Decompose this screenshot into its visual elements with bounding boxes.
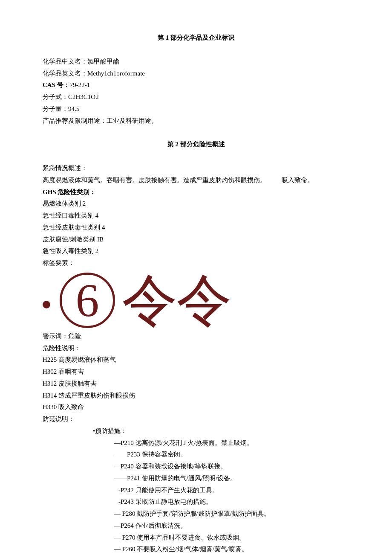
cas-value: 79-22-1	[70, 81, 90, 88]
signal-line: 警示词：危险	[43, 331, 349, 343]
precaution-item: —P264 作业后彻底清洗。	[43, 520, 349, 532]
name-cn-line: 化学品中文名：氯甲酸甲酯	[43, 56, 349, 68]
mw-label: 分子量：	[43, 105, 68, 112]
precaution-item: ——P233 保持容器密闭。	[43, 449, 349, 461]
name-cn-label: 化学品中文名：	[43, 58, 87, 65]
ghs-label: GHS 危险性类别：	[43, 186, 349, 198]
circled-six-icon: 6	[60, 273, 115, 328]
precaution-text: P240 容器和装载设备接地/等势联接。	[121, 463, 227, 470]
ghs-item: 皮肤腐蚀/刺激类别 IB	[43, 234, 349, 246]
precaution-prefix: —	[114, 522, 121, 529]
precaution-prefix: —	[114, 510, 122, 517]
precaution-text: P260 不要吸入粉尘/烟/气体/烟雾/蒸气/喷雾。	[122, 546, 248, 552]
hazard-statement: H225 高度易燃液体和蒸气	[43, 354, 349, 366]
name-en-line: 化学品英文名：Methy1ch1oroformate	[43, 68, 349, 80]
use-label: 产品推荐及限制用途：	[43, 117, 107, 124]
name-cn-value: 氯甲酸甲酯	[87, 58, 119, 65]
precaution-label: 防范说明：	[43, 413, 349, 425]
precaution-text: P210 远离热源/火花刑 J 火/热表面。禁止吸烟。	[121, 439, 253, 446]
precaution-prefix: —	[114, 439, 121, 446]
pictogram-row: 6 令 令	[43, 273, 349, 328]
ling-char-2: 令	[176, 273, 231, 328]
cas-label: CAS 号：	[43, 81, 70, 88]
precaution-item: —P210 远离热源/火花刑 J 火/热表面。禁止吸烟。	[43, 437, 349, 449]
hazard-statement: H330 吸入致命	[43, 401, 349, 413]
precaution-item: — P270 使用本产品时不要进食、饮水或吸烟。	[43, 532, 349, 544]
precaution-prefix: —	[114, 463, 121, 470]
precaution-text: P280 戴防护手套/穿防护服/戴防护眼罩/戴防护面具。	[122, 510, 270, 517]
ghs-item: 急性吸入毒性类别 2	[43, 245, 349, 257]
mw-value: 94.5	[68, 105, 79, 112]
precaution-text: P233 保持容器密闭。	[127, 451, 187, 458]
ghs-item: 易燃液体类别 2	[43, 198, 349, 210]
name-en-label: 化学品英文名：	[43, 70, 87, 77]
use-line: 产品推荐及限制用途：工业及科研用途。	[43, 115, 349, 127]
formula-value: C2H3C1O2	[68, 93, 99, 100]
signal-value: 危险	[68, 333, 81, 340]
precaution-item: —P240 容器和装载设备接地/等势联接。	[43, 461, 349, 473]
precaution-text: P242 只能使用不产生火花的工具。	[121, 487, 219, 494]
formula-line: 分子式：C2H3C1O2	[43, 91, 349, 103]
emergency-extra: 吸入致命。	[282, 174, 314, 186]
ghs-item: 急性经皮肤毒性类别 4	[43, 222, 349, 234]
formula-label: 分子式：	[43, 93, 68, 100]
precaution-prefix: —	[114, 534, 122, 541]
prevention-label: •预防措施：	[43, 425, 349, 437]
precaution-item: -P243 采取防止静电放电的措施。	[43, 496, 349, 508]
hazard-label: 危险性说明：	[43, 343, 349, 355]
hazard-statement: H302 吞咽有害	[43, 366, 349, 378]
emergency-text: 高度易燃液体和蒸气。吞咽有害。皮肤接触有害。造成严重皮肤灼伤和眼损伤。	[43, 177, 266, 183]
precaution-text: P270 使用本产品时不要进食、饮水或吸烟。	[122, 534, 246, 541]
precaution-prefix: —	[114, 546, 122, 552]
ling-char-1: 令	[122, 273, 176, 328]
precaution-item: -P242 只能使用不产生火花的工具。	[43, 485, 349, 497]
label-elements: 标签要素：	[43, 257, 349, 269]
emergency-label: 紧急情况概述：	[43, 163, 349, 174]
precaution-text: P241 使用防爆的电气/通风/照明/设备。	[127, 475, 236, 482]
ghs-item: 急性经口毒性类别 4	[43, 210, 349, 222]
precaution-item: — P280 戴防护手套/穿防护服/戴防护眼罩/戴防护面具。	[43, 508, 349, 520]
cas-line: CAS 号：79-22-1	[43, 79, 349, 91]
emergency-text-line: 高度易燃液体和蒸气。吞咽有害。皮肤接触有害。造成严重皮肤灼伤和眼损伤。吸入致命。	[43, 174, 349, 186]
name-en-value: Methy1ch1oroformate	[87, 70, 145, 77]
precaution-prefix: ——	[114, 475, 127, 482]
section-2-title: 第 2 部分危险性概述	[43, 139, 349, 151]
precaution-text: P243 采取防止静电放电的措施。	[121, 498, 212, 505]
section-1-title: 第 1 部分化学品及企业标识	[43, 32, 349, 44]
mw-line: 分子量：94.5	[43, 103, 349, 115]
precaution-text: P264 作业后彻底清洗。	[121, 522, 187, 529]
dot-icon	[43, 301, 50, 308]
use-value: 工业及科研用途。	[107, 117, 158, 124]
hazard-statement: H314 造成严重皮肤灼伤和眼损伤	[43, 390, 349, 402]
precaution-item: — P260 不要吸入粉尘/烟/气体/烟雾/蒸气/喷雾。	[43, 543, 349, 555]
signal-label: 警示词：	[43, 333, 68, 340]
precaution-prefix: ——	[114, 451, 127, 458]
precaution-item: ——P241 使用防爆的电气/通风/照明/设备。	[43, 473, 349, 485]
hazard-statement: H312 皮肤接触有害	[43, 378, 349, 390]
